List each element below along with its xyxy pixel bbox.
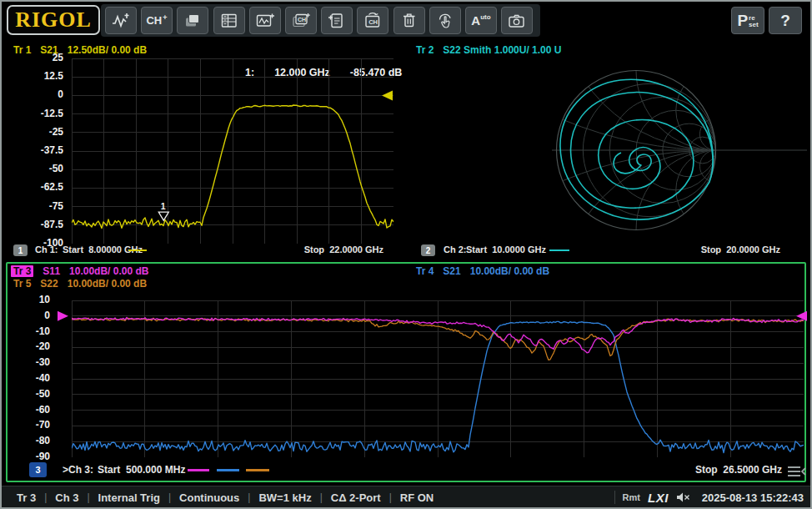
add-channel-plus: + — [163, 13, 167, 22]
ch3-tr3-header[interactable]: Tr 3 S11 10.00dB/ 0.00 dB — [13, 265, 148, 277]
channel-table-button[interactable] — [213, 7, 245, 34]
tr5-trace-label: Tr 5 — [13, 278, 31, 290]
svg-text:CH: CH — [368, 18, 378, 26]
ch3-ytick-5: -40 — [2, 372, 50, 384]
status-item-1: Ch 3 — [55, 491, 78, 504]
ch3-ytick-10: -90 — [2, 451, 50, 462]
add-channel-button[interactable]: CH+ — [141, 7, 173, 34]
ch3-channel-label: >Ch 3: — [63, 464, 93, 476]
file-channel-icon: CH — [363, 11, 383, 31]
svg-text:CH: CH — [298, 16, 306, 22]
status-item-2: Internal Trig — [98, 491, 160, 504]
remote-indicator: Rmt — [623, 492, 640, 502]
ch3-ytick-3: -20 — [2, 340, 50, 352]
status-separator: | — [239, 491, 258, 503]
screenshot-button[interactable] — [501, 7, 533, 34]
ch2-start-freq: Start 10.0000 GHz — [466, 244, 546, 254]
tr4-trace-swatch — [217, 469, 239, 471]
touch-button[interactable] — [429, 7, 461, 34]
ch3-ytick-7: -60 — [2, 404, 50, 416]
ch1-plot[interactable] — [72, 58, 393, 244]
ch3-channel-badge[interactable]: 3 — [29, 462, 47, 477]
ch1-trace-swatch — [128, 249, 147, 251]
ch2-trace-swatch — [549, 249, 569, 251]
ch1-ytick-3: -12.5 — [2, 108, 63, 119]
status-separator: | — [36, 491, 55, 503]
status-divider — [614, 491, 615, 504]
status-separator: | — [160, 491, 179, 503]
ch1-ytick-5: -37.5 — [2, 144, 63, 156]
trace-window-button[interactable] — [249, 7, 281, 34]
ch1-ytick-10: -100 — [2, 237, 63, 249]
save-recall-button[interactable] — [321, 7, 353, 34]
ch1-stop-freq: Stop 22.0000 GHz — [304, 244, 383, 254]
tr4-scale-label: 10.00dB/ 0.00 dB — [470, 265, 549, 277]
status-item-5: CΔ 2-Port — [331, 491, 381, 504]
ch3-ytick-6: -50 — [2, 388, 50, 400]
preset-label-bottom: set — [749, 22, 759, 28]
ch3-ytick-1: 0 — [2, 310, 50, 321]
ch1-scale-label: 12.50dB/ 0.00 dB — [68, 44, 147, 56]
help-label: ? — [780, 12, 790, 30]
display-layout-icon — [183, 11, 203, 31]
ch2-channel-badge[interactable]: 2 — [421, 244, 435, 256]
ch1-ytick-2: 0 — [2, 88, 63, 100]
ch2-stop-freq: Stop 20.0000 GHz — [701, 244, 780, 254]
status-separator: | — [78, 491, 98, 503]
vna-screen: RIGOL CH+ — [0, 0, 812, 509]
ch1-ytick-7: -62.5 — [2, 181, 63, 193]
touch-icon — [435, 11, 455, 31]
ch3-ytick-2: -10 — [2, 325, 50, 337]
delete-button[interactable] — [393, 7, 425, 34]
display-layout-button[interactable] — [177, 7, 208, 34]
auto-scale-button[interactable]: Auto — [465, 7, 497, 34]
ch3-tr5-header[interactable]: Tr 5 S22 10.00dB/ 0.00 dB — [13, 278, 147, 290]
lxi-indicator: LXI — [648, 491, 669, 505]
add-channel-window-button[interactable]: CH — [285, 7, 317, 34]
status-item-3: Continuous — [179, 491, 239, 504]
ch3-ytick-8: -70 — [2, 419, 50, 431]
help-button[interactable]: ? — [769, 7, 802, 34]
ch3-plot[interactable] — [72, 300, 804, 457]
trace-window-icon — [255, 11, 275, 31]
tr3-trace-swatch — [188, 469, 209, 471]
mute-speaker-icon[interactable] — [676, 491, 691, 503]
tr4-meas-label: S21 — [443, 265, 460, 277]
file-channel-button[interactable]: CH — [357, 7, 388, 34]
status-item-4: BW=1 kHz — [258, 491, 311, 504]
add-trace-icon — [111, 11, 131, 31]
ch3-start-freq: Start 500.000 MHz — [98, 464, 185, 476]
ch1-ytick-9: -87.5 — [2, 219, 63, 230]
tr5-trace-swatch — [246, 469, 269, 471]
rigol-logo: RIGOL — [7, 5, 100, 35]
ch1-ytick-4: -25 — [2, 126, 63, 138]
ch2-smith-plot[interactable] — [408, 52, 809, 249]
status-item-6: RF ON — [400, 491, 434, 504]
ch1-ytick-6: -50 — [2, 163, 63, 174]
ch3-ytick-0: 10 — [2, 294, 50, 305]
preset-label: P — [737, 13, 748, 28]
status-item-0: Tr 3 — [17, 491, 36, 504]
datetime: 2025-08-13 15:22:43 — [702, 491, 804, 504]
preset-label-small: re set — [749, 15, 759, 28]
channel-table-icon — [219, 11, 239, 31]
add-trace-button[interactable] — [105, 7, 137, 34]
ch3-stop-freq: Stop 26.5000 GHz — [695, 464, 782, 476]
save-recall-icon — [327, 11, 347, 31]
tr5-scale-label: 10.00dB/ 0.00 dB — [68, 278, 147, 290]
ch1-ytick-1: 12.5 — [2, 70, 63, 82]
add-channel-window-icon: CH — [291, 11, 311, 31]
tr3-scale-label: 10.00dB/ 0.00 dB — [69, 265, 148, 277]
preset-button[interactable]: P re set — [731, 7, 764, 34]
auto-scale-label: A — [471, 13, 480, 28]
trash-icon — [399, 11, 419, 31]
tr3-meas-label: S11 — [43, 265, 60, 277]
status-separator: | — [312, 491, 331, 503]
ch3-ytick-9: -80 — [2, 435, 50, 446]
tr3-selected-tag[interactable]: Tr 3 — [11, 265, 33, 277]
add-channel-label: CH — [146, 14, 162, 27]
collapse-menu-icon[interactable] — [785, 464, 807, 479]
ch3-tr4-header[interactable]: Tr 4 S21 10.00dB/ 0.00 dB — [416, 265, 549, 277]
status-items: Tr 3|Ch 3|Internal Trig|Continuous|BW=1 … — [17, 491, 434, 504]
tr4-trace-label: Tr 4 — [416, 265, 434, 277]
